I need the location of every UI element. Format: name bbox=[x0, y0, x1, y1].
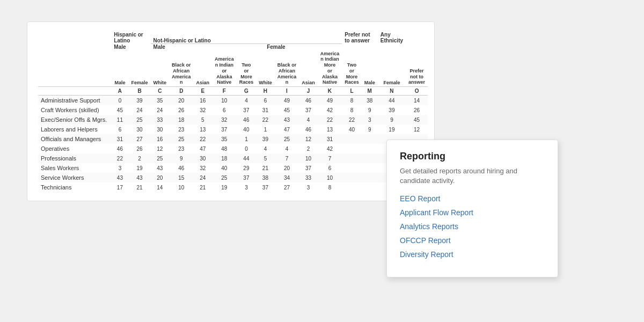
cell-value: 4 bbox=[256, 144, 275, 153]
cell-value: 42 bbox=[318, 105, 342, 115]
th-prefer-pna: Prefernot toanswer bbox=[406, 51, 428, 87]
cell-value: 0 bbox=[237, 144, 257, 153]
th-white: White bbox=[151, 51, 170, 87]
male-label-2: Male bbox=[151, 43, 257, 51]
cell-value bbox=[362, 182, 378, 192]
th-letter-h: H bbox=[256, 87, 275, 96]
row-label: Professionals bbox=[38, 153, 111, 163]
cell-value: 20 bbox=[275, 163, 299, 173]
th-two-more-f: Two orMoreRaces bbox=[342, 51, 362, 87]
cell-value: 22 bbox=[342, 115, 362, 125]
cell-value: 32 bbox=[194, 105, 213, 115]
cell-value: 6 bbox=[256, 96, 275, 106]
cell-value: 43 bbox=[151, 163, 170, 173]
cell-value: 46 bbox=[111, 144, 128, 153]
cell-value: 31 bbox=[256, 105, 275, 115]
cell-value: 43 bbox=[129, 173, 151, 182]
table-row: Technicians1721141021193372738 bbox=[38, 182, 428, 192]
reporting-description: Get detailed reports around hiring and c… bbox=[400, 166, 545, 186]
cell-value: 31 bbox=[318, 134, 342, 144]
cell-value: 46 bbox=[169, 163, 194, 173]
cell-value: 8 bbox=[342, 105, 362, 115]
eeo-report-link[interactable]: EEO Report bbox=[400, 194, 545, 203]
cell-value: 21 bbox=[129, 182, 151, 192]
table-row: Laborers and Helpers63030231337401474613… bbox=[38, 125, 428, 134]
cell-value: 23 bbox=[169, 144, 194, 153]
scene: Hispanic or Latino Not-Hispanic or Latin… bbox=[27, 16, 617, 306]
cell-value: 10 bbox=[299, 153, 318, 163]
th-two-more: Two orMoreRaces bbox=[237, 51, 257, 87]
cell-value: 8 bbox=[342, 96, 362, 106]
prefer-female bbox=[378, 43, 406, 51]
cell-value: 20 bbox=[169, 96, 194, 106]
cell-value: 4 bbox=[299, 115, 318, 125]
cell-value: 19 bbox=[129, 163, 151, 173]
diversity-report-link[interactable]: Diversity Report bbox=[400, 250, 545, 259]
cell-value: 13 bbox=[318, 125, 342, 134]
cell-value: 22 bbox=[194, 134, 213, 144]
row-label: Technicians bbox=[38, 182, 111, 192]
cell-value: 19 bbox=[212, 182, 237, 192]
cell-value: 2 bbox=[299, 144, 318, 153]
table-row: Administrative Support039352016104649464… bbox=[38, 96, 428, 106]
analytics-reports-link[interactable]: Analytics Reports bbox=[400, 222, 545, 231]
cell-value bbox=[342, 144, 362, 153]
cell-value: 25 bbox=[129, 115, 151, 125]
cell-value: 30 bbox=[151, 125, 170, 134]
cell-value: 40 bbox=[212, 163, 237, 173]
th-female-pna: Female bbox=[378, 51, 406, 87]
th-male-pna: Male bbox=[362, 51, 378, 87]
th-black: Black orAfricanAmerican bbox=[169, 51, 194, 87]
cell-value: 21 bbox=[194, 182, 213, 192]
cell-value: 39 bbox=[378, 105, 406, 115]
cell-value bbox=[362, 144, 378, 153]
any-eth-sub bbox=[406, 43, 428, 51]
cell-value: 23 bbox=[169, 125, 194, 134]
cell-value: 11 bbox=[111, 115, 128, 125]
cell-value: 39 bbox=[129, 96, 151, 106]
cell-value: 32 bbox=[194, 163, 213, 173]
cell-value: 44 bbox=[237, 153, 257, 163]
th-american-indian-f: American IndianMoreor AlaskaNative bbox=[318, 51, 342, 87]
cell-value: 31 bbox=[111, 134, 128, 144]
cell-value: 42 bbox=[318, 144, 342, 153]
cell-value: 4 bbox=[275, 144, 299, 153]
row-label: Administrative Support bbox=[38, 96, 111, 106]
cell-value: 1 bbox=[237, 134, 257, 144]
cell-value: 5 bbox=[194, 115, 213, 125]
cell-value: 37 bbox=[299, 105, 318, 115]
row-label: Operatives bbox=[38, 144, 111, 153]
cell-value: 12 bbox=[299, 134, 318, 144]
th-letter-g: G bbox=[237, 87, 257, 96]
cell-value: 4 bbox=[237, 96, 257, 106]
cell-value bbox=[342, 134, 362, 144]
col-label-header bbox=[38, 31, 111, 43]
cell-value: 20 bbox=[151, 173, 170, 182]
th-letter-o: O bbox=[406, 87, 428, 96]
cell-value: 14 bbox=[151, 182, 170, 192]
hispanic-header: Hispanic or Latino bbox=[111, 31, 150, 43]
cell-value bbox=[362, 173, 378, 182]
cell-value: 7 bbox=[275, 153, 299, 163]
cell-value: 12 bbox=[151, 144, 170, 153]
cell-value: 35 bbox=[212, 134, 237, 144]
cell-value: 1 bbox=[256, 125, 275, 134]
cell-value: 2 bbox=[129, 153, 151, 163]
cell-value: 46 bbox=[299, 96, 318, 106]
any-ethnicity-header: Any Ethnicity bbox=[378, 31, 406, 43]
applicant-flow-report-link[interactable]: Applicant Flow Report bbox=[400, 208, 545, 217]
ofccp-report-link[interactable]: OFCCP Report bbox=[400, 236, 545, 245]
cell-value: 21 bbox=[256, 163, 275, 173]
col-empty bbox=[38, 43, 111, 51]
row-label: Exec/Senior Offs & Mgrs. bbox=[38, 115, 111, 125]
cell-value: 46 bbox=[237, 115, 257, 125]
cell-value: 25 bbox=[151, 153, 170, 163]
th-letter-i: I bbox=[275, 87, 299, 96]
cell-value: 45 bbox=[111, 105, 128, 115]
cell-value: 10 bbox=[318, 173, 342, 182]
cell-value: 26 bbox=[169, 105, 194, 115]
cell-value: 37 bbox=[237, 173, 257, 182]
cell-value: 9 bbox=[362, 125, 378, 134]
cell-value: 9 bbox=[362, 105, 378, 115]
cell-value: 34 bbox=[275, 173, 299, 182]
